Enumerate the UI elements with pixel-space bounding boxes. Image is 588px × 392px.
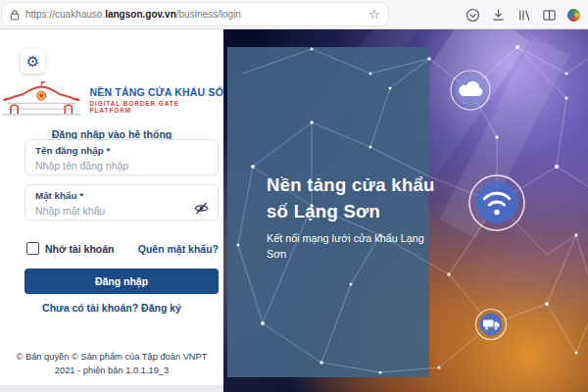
remember-checkbox[interactable]	[26, 242, 39, 255]
wifi-icon	[469, 175, 524, 230]
download-icon[interactable]	[491, 8, 506, 23]
address-bar[interactable]: https://cuakhauso.langson.gov.vn/busines…	[2, 3, 388, 25]
settings-gear-button[interactable]: ⚙	[21, 49, 45, 74]
password-visibility-toggle[interactable]	[194, 202, 209, 215]
browser-toolbar: https://cuakhauso.langson.gov.vn/busines…	[0, 0, 588, 29]
remember-checkbox-row[interactable]: Nhớ tài khoản	[26, 242, 114, 255]
hero-subheading: Kết nối mạng lưới cửa khẩu Lạng Sơn	[267, 230, 441, 262]
truck-icon	[476, 310, 507, 340]
brand-subtitle: DIGITAL BORDER GATE PLATFORM	[89, 100, 223, 114]
options-row: Nhớ tài khoản Quên mật khẩu?	[26, 242, 219, 255]
remember-label: Nhớ tài khoản	[45, 243, 114, 255]
password-field[interactable]: Mật khẩu *	[24, 184, 219, 220]
lock-icon	[10, 9, 20, 21]
light-shard	[440, 36, 570, 238]
copyright-text: © Bản quyền © Sản phẩm của Tập đoàn VNPT…	[14, 350, 210, 378]
sidebar-toggle-icon[interactable]	[542, 8, 557, 23]
url-text: https://cuakhauso.langson.gov.vn/busines…	[25, 9, 363, 20]
register-link[interactable]: Chưa có tài khoản? Đăng ký	[0, 302, 223, 314]
bookmark-star-icon[interactable]: ☆	[368, 8, 380, 21]
username-field[interactable]: Tên đăng nhập *	[24, 139, 219, 175]
toolbar-actions	[466, 0, 580, 29]
hero-heading: Nền tảng cửa khẩu số Lạng Sơn	[267, 172, 441, 225]
hero-text-block: Nền tảng cửa khẩu số Lạng Sơn Kết nối mạ…	[267, 172, 441, 262]
border-gate-icon	[0, 80, 82, 120]
forgot-password-link[interactable]: Quên mật khẩu?	[138, 243, 219, 255]
password-input[interactable]	[35, 203, 182, 217]
cloud-icon	[451, 71, 490, 110]
password-label: Mật khẩu *	[35, 190, 208, 201]
idm-extension-icon[interactable]	[567, 9, 580, 22]
pocket-icon[interactable]	[466, 8, 480, 23]
brand-title: NỀN TẢNG CỬA KHẨU SỐ	[89, 86, 223, 98]
login-button[interactable]: Đăng nhập	[24, 269, 219, 294]
login-panel: ⚙ NỀN TẢNG CỬA KHẨU SỐ D	[0, 29, 223, 392]
hero-photo: Nền tảng cửa khẩu số Lạng Sơn Kết nối mạ…	[223, 29, 588, 392]
browser-window: https://cuakhauso.langson.gov.vn/busines…	[0, 0, 588, 392]
eye-off-icon	[194, 202, 209, 215]
username-input[interactable]	[35, 158, 182, 172]
panel-bottom-margin	[0, 385, 223, 392]
library-icon[interactable]	[516, 8, 531, 23]
login-page: ⚙ NỀN TẢNG CỬA KHẨU SỐ D	[0, 29, 588, 392]
brand-logo: NỀN TẢNG CỬA KHẨU SỐ DIGITAL BORDER GATE…	[0, 80, 223, 120]
username-label: Tên đăng nhập *	[35, 145, 208, 156]
